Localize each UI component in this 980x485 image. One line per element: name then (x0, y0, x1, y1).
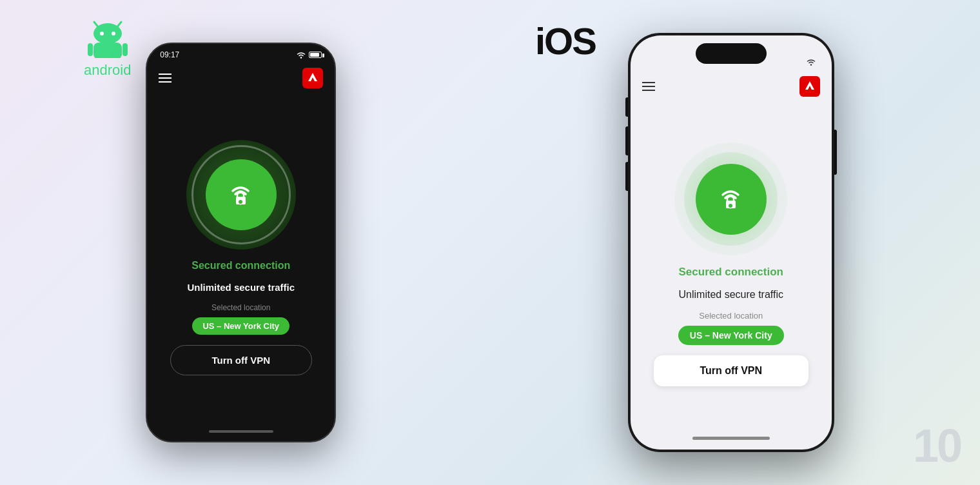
android-phone: 09:17 (146, 43, 336, 442)
android-brand-label: android (84, 62, 131, 79)
ios-vol-down-button[interactable] (625, 162, 628, 191)
svg-point-12 (239, 200, 242, 204)
android-logo-icon (85, 19, 130, 58)
android-main-content: Secured connection Unlimited secure traf… (147, 94, 335, 422)
android-section: 09:17 (146, 43, 336, 442)
ios-home-indicator (692, 437, 770, 440)
ios-app-bar (631, 71, 832, 102)
ios-screen: Secured connection Unlimited secure traf… (631, 35, 832, 450)
vpn-circle-inner-ios (696, 164, 767, 235)
android-app-bar (147, 63, 335, 94)
android-turn-off-vpn-button[interactable]: Turn off VPN (170, 345, 312, 375)
vpn-shield-icon-android (220, 174, 262, 216)
android-vol-up-button[interactable] (335, 121, 336, 147)
android-location-badge[interactable]: US – New York City (192, 317, 289, 335)
svg-point-13 (810, 64, 812, 65)
ios-wifi-icon (806, 58, 816, 66)
ios-platform-title: iOS (535, 19, 596, 63)
wifi-icon (296, 51, 306, 59)
avira-icon-android (306, 72, 319, 84)
svg-rect-5 (93, 43, 122, 58)
avira-icon-ios (803, 80, 816, 93)
ios-dynamic-island (696, 43, 767, 64)
ios-traffic-status: Unlimited secure traffic (679, 289, 783, 301)
android-bottom-bar (147, 422, 335, 441)
ios-turn-off-vpn-button[interactable]: Turn off VPN (654, 355, 808, 386)
vpn-circle-mid-ios (684, 152, 778, 246)
ios-main-content: Secured connection Unlimited secure traf… (631, 102, 832, 427)
android-connection-status: Secured connection (191, 260, 290, 272)
avira-logo-android (302, 68, 323, 88)
watermark: 10 (913, 419, 961, 472)
vpn-connect-button-ios[interactable] (674, 143, 787, 255)
ios-mute-button[interactable] (625, 97, 628, 117)
android-home-indicator (209, 430, 273, 433)
ios-location-badge[interactable]: US – New York City (678, 326, 784, 345)
svg-point-4 (112, 32, 115, 35)
android-location-section: Selected location US – New York City (192, 303, 289, 335)
android-vol-down-button[interactable] (335, 153, 336, 179)
android-status-bar: 09:17 (147, 44, 335, 63)
battery-icon (309, 52, 322, 58)
ios-power-button[interactable] (834, 130, 837, 175)
vpn-shield-icon-ios (710, 178, 752, 220)
ios-section: Secured connection Unlimited secure traf… (628, 33, 834, 452)
hamburger-menu-icon[interactable] (159, 74, 172, 83)
android-status-icons (296, 51, 322, 59)
android-location-label: Selected location (211, 303, 270, 312)
ios-phone: Secured connection Unlimited secure traf… (628, 33, 834, 452)
android-screen: 09:17 (147, 44, 335, 441)
ios-hamburger-menu-icon[interactable] (642, 82, 655, 91)
svg-rect-7 (122, 43, 128, 56)
svg-point-15 (729, 204, 732, 208)
svg-rect-11 (236, 197, 246, 204)
ios-status-icons (806, 58, 816, 66)
svg-point-3 (100, 32, 104, 35)
android-brand-section: android (84, 19, 131, 79)
vpn-circle-outer-ios (674, 143, 787, 255)
svg-point-10 (300, 57, 302, 58)
vpn-circle-outer-android (186, 140, 296, 250)
ios-connection-status: Secured connection (679, 266, 783, 279)
svg-point-2 (93, 23, 122, 44)
ios-vol-up-button[interactable] (625, 126, 628, 155)
ios-location-section: Selected location US – New York City (678, 311, 784, 345)
android-traffic-status: Unlimited secure traffic (187, 282, 295, 293)
vpn-connect-button-android[interactable] (186, 140, 296, 250)
android-power-button[interactable] (335, 186, 336, 224)
android-time: 09:17 (160, 50, 179, 59)
ios-bottom-bar (631, 427, 832, 450)
ios-location-label: Selected location (699, 311, 763, 321)
avira-logo-ios (799, 76, 820, 97)
svg-rect-6 (88, 43, 93, 56)
vpn-circle-inner-android (206, 159, 277, 230)
